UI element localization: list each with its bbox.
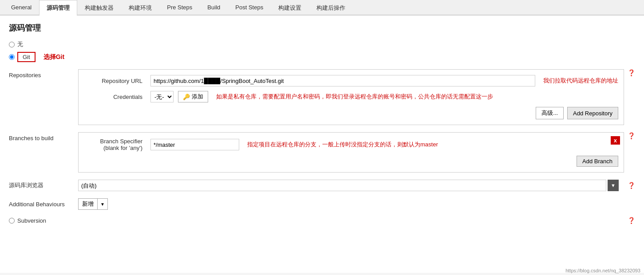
- repositories-label: Repositories: [9, 69, 71, 79]
- tab-build-trigger[interactable]: 构建触发器: [77, 0, 121, 16]
- radio-svn-input[interactable]: [9, 218, 15, 224]
- behaviours-row: Additional Behaviours 新增 ▼: [9, 198, 635, 210]
- subversion-help-icon[interactable]: ❓: [628, 217, 635, 224]
- radio-none-input[interactable]: [9, 42, 15, 47]
- tab-general[interactable]: General: [4, 0, 39, 16]
- repositories-box: Repository URL 我们拉取代码远程仓库的地址 Credentials…: [78, 69, 624, 125]
- browser-label: 源码库浏览器: [9, 181, 71, 189]
- tab-source-management[interactable]: 源码管理: [39, 0, 77, 16]
- radio-svn-label: Subversion: [17, 217, 46, 224]
- behaviours-label: Additional Behaviours: [9, 201, 71, 208]
- page-title: 源码管理: [9, 23, 635, 33]
- key-icon: 🔑: [183, 94, 190, 100]
- radio-none-label: 无: [17, 40, 23, 48]
- git-label-box: Git: [17, 52, 36, 62]
- repositories-help-icon[interactable]: ❓: [628, 69, 635, 76]
- tab-build-settings[interactable]: 构建设置: [271, 0, 309, 16]
- repo-url-row: Repository URL 我们拉取代码远程仓库的地址: [84, 75, 618, 86]
- repositories-content: Repository URL 我们拉取代码远程仓库的地址 Credentials…: [78, 69, 624, 125]
- subversion-row: Subversion ❓: [9, 217, 635, 224]
- add-branch-button[interactable]: Add Branch: [577, 156, 618, 167]
- repo-url-label: Repository URL: [84, 78, 146, 84]
- radio-git-input[interactable]: [9, 54, 15, 60]
- repo-url-input[interactable]: [150, 75, 535, 86]
- add-credentials-button[interactable]: 🔑 添加: [178, 91, 208, 102]
- branches-section: Branches to build x Branch Specifier (bl…: [9, 132, 635, 173]
- add-behaviour-arrow: ▼: [98, 199, 107, 209]
- branch-specifier-input[interactable]: [150, 139, 239, 150]
- branches-help-icon[interactable]: ❓: [628, 132, 635, 139]
- radio-none[interactable]: 无: [9, 40, 635, 48]
- branch-buttons-row: Add Branch: [84, 156, 618, 167]
- credentials-row: Credentials -无- 🔑 添加 如果是私有仓库，需要配置用户名和密码，…: [84, 91, 618, 102]
- branches-content: x Branch Specifier (blank for 'any') 指定项…: [78, 132, 624, 173]
- credentials-select[interactable]: -无-: [150, 91, 174, 102]
- browser-row: 源码库浏览器 (自动) ▼ ❓: [9, 180, 635, 191]
- add-repository-button[interactable]: Add Repository: [567, 107, 618, 119]
- branch-specifier-label: Branch Specifier (blank for 'any'): [84, 138, 146, 151]
- credentials-label: Credentials: [84, 94, 146, 100]
- branches-box: x Branch Specifier (blank for 'any') 指定项…: [78, 132, 624, 173]
- add-behaviour-button[interactable]: 新增 ▼: [78, 198, 108, 210]
- delete-branch-button[interactable]: x: [611, 136, 620, 145]
- radio-git-row: Git 选择Git: [9, 52, 635, 62]
- advanced-button[interactable]: 高级...: [536, 107, 564, 119]
- repo-url-hint: 我们拉取代码远程仓库的地址: [543, 77, 618, 85]
- add-behaviour-label: 新增: [79, 199, 98, 209]
- branch-specifier-row: Branch Specifier (blank for 'any') 指定项目在…: [84, 138, 618, 151]
- branch-specifier-hint: 指定项目在远程仓库的分支，一般上传时没指定分支的话，则默认为master: [247, 141, 438, 149]
- tab-post-steps[interactable]: Post Steps: [228, 0, 271, 16]
- browser-help-icon[interactable]: ❓: [628, 182, 635, 189]
- add-credentials-label: 添加: [192, 93, 203, 101]
- branches-label: Branches to build: [9, 132, 71, 141]
- tab-bar: General 源码管理 构建触发器 构建环境 Pre Steps Build …: [0, 0, 644, 16]
- credentials-hint: 如果是私有仓库，需要配置用户名和密码，即我们登录远程仓库的账号和密码，公共仓库的…: [216, 93, 493, 101]
- repo-buttons-row: 高级... Add Repository: [84, 107, 618, 119]
- radio-git-label: Git: [17, 52, 36, 62]
- bottom-link: https://blog.csdn.net/nq_38232093: [565, 268, 640, 273]
- browser-select-arrow[interactable]: ▼: [608, 180, 619, 191]
- tab-build-env[interactable]: 构建环境: [121, 0, 159, 16]
- tab-pre-steps[interactable]: Pre Steps: [159, 0, 200, 16]
- tab-build[interactable]: Build: [200, 0, 228, 16]
- git-select-label: 选择Git: [43, 53, 64, 61]
- page-content: 源码管理 无 Git 选择Git Repositories Repository…: [0, 16, 644, 273]
- repositories-section: Repositories Repository URL 我们拉取代码远程仓库的地…: [9, 69, 635, 125]
- browser-select-wrapper: (自动) ▼: [78, 180, 619, 191]
- tab-post-build[interactable]: 构建后操作: [309, 0, 353, 16]
- browser-select[interactable]: (自动): [78, 180, 606, 191]
